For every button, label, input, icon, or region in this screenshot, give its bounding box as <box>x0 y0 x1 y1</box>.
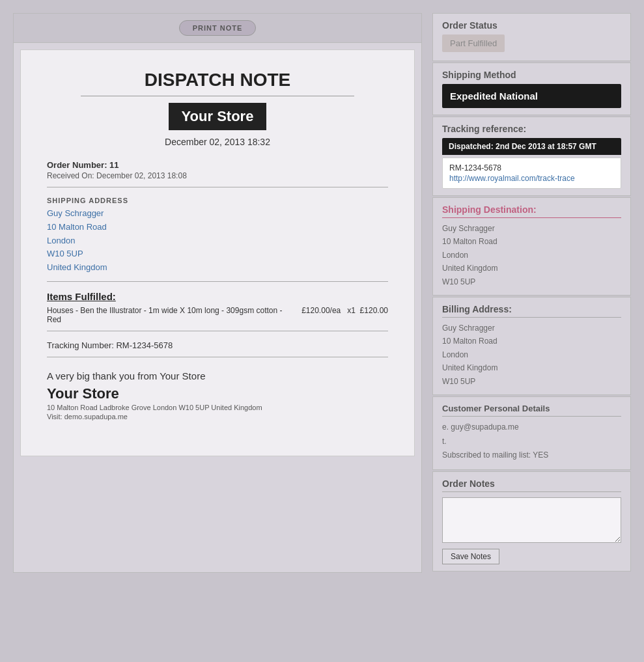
print-note-button[interactable]: PRINT NOTE <box>179 20 257 36</box>
billing-name: Guy Schragger <box>442 322 621 335</box>
order-info-section: Order Number: 11 Received On: December 0… <box>47 160 388 187</box>
shipping-dest-title: Shipping Destination: <box>442 204 621 218</box>
customer-phone: t. <box>442 435 621 449</box>
right-panel: Order Status Part Fulfilled Shipping Met… <box>432 13 631 573</box>
shipping-address-section: SHIPPING ADDRESS Guy Schragger 10 Malton… <box>47 197 388 282</box>
footer-address: 10 Malton Road Ladbroke Grove London W10… <box>47 404 388 411</box>
billing-line1: 10 Malton Road <box>442 335 621 348</box>
customer-details-title: Customer Personal Details <box>442 404 621 417</box>
shipping-postcode: W10 5UP <box>47 247 388 261</box>
save-notes-button[interactable]: Save Notes <box>442 549 499 564</box>
shipping-country: United Kingdom <box>47 261 388 275</box>
billing-address-title: Billing Address: <box>442 304 621 318</box>
shipping-city: London <box>47 234 388 248</box>
shipping-method-value: Expedited National <box>442 84 621 108</box>
items-section: Items Fulfilled: Houses - Ben the Illust… <box>47 291 388 331</box>
item-row: Houses - Ben the Illustrator - 1m wide X… <box>47 306 388 324</box>
tracking-reference-title: Tracking reference: <box>442 124 621 134</box>
dest-city: London <box>442 249 621 262</box>
dest-line1: 10 Malton Road <box>442 235 621 248</box>
order-status-title: Order Status <box>442 20 621 31</box>
shipping-name: Guy Schragger <box>47 207 388 221</box>
order-status-section: Order Status Part Fulfilled <box>432 13 631 61</box>
received-on: Received On: December 02, 2013 18:08 <box>47 171 388 180</box>
thank-you-text: A very big thank you from Your Store <box>47 370 388 381</box>
shipping-destination-section: Shipping Destination: Guy Schragger 10 M… <box>432 197 631 296</box>
print-bar: PRINT NOTE <box>14 14 421 43</box>
customer-details-section: Customer Personal Details e. guy@supadup… <box>432 396 631 470</box>
dispatch-document: DISPATCH NOTE Your Store December 02, 20… <box>20 49 415 456</box>
tracking-url[interactable]: http://www.royalmail.com/track-trace <box>449 174 614 183</box>
title-divider <box>81 96 354 96</box>
order-notes-section: Order Notes Save Notes <box>432 471 631 572</box>
shipping-method-section: Shipping Method Expedited National <box>432 62 631 115</box>
shipping-method-title: Shipping Method <box>442 70 621 80</box>
footer-store-name: Your Store <box>47 385 388 402</box>
tracking-reference-section: Tracking reference: Dispatched: 2nd Dec … <box>432 117 631 196</box>
store-name-box: Your Store <box>169 103 267 130</box>
mailing-list-status: Subscribed to mailing list: YES <box>442 448 621 463</box>
dest-country: United Kingdom <box>442 262 621 275</box>
billing-city: London <box>442 348 621 361</box>
shipping-line1: 10 Malton Road <box>47 221 388 234</box>
thank-you-section: A very big thank you from Your Store You… <box>47 370 388 427</box>
billing-postcode: W10 5UP <box>442 375 621 388</box>
tracking-section: Tracking Number: RM-1234-5678 <box>47 340 388 357</box>
billing-address-section: Billing Address: Guy Schragger 10 Malton… <box>432 297 631 395</box>
dispatch-title: DISPATCH NOTE <box>47 70 388 90</box>
left-panel: PRINT NOTE DISPATCH NOTE Your Store Dece… <box>13 13 422 573</box>
dispatch-timestamp: Dispatched: 2nd Dec 2013 at 18:57 GMT <box>442 138 621 155</box>
footer-website: Visit: demo.supadupa.me <box>47 413 388 421</box>
dispatch-date: December 02, 2013 18:32 <box>47 137 388 147</box>
items-heading: Items Fulfilled: <box>47 291 388 302</box>
tracking-id: RM-1234-5678 <box>449 163 614 172</box>
dest-postcode: W10 5UP <box>442 275 621 288</box>
tracking-ref-values: RM-1234-5678 http://www.royalmail.com/tr… <box>442 158 621 189</box>
order-number: Order Number: 11 <box>47 160 388 170</box>
customer-email: e. guy@supadupa.me <box>442 421 621 435</box>
order-notes-textarea[interactable] <box>442 497 621 543</box>
dest-name: Guy Schragger <box>442 222 621 235</box>
status-badge: Part Fulfilled <box>442 34 505 52</box>
item-description: Houses - Ben the Illustrator - 1m wide X… <box>47 306 295 324</box>
billing-country: United Kingdom <box>442 361 621 374</box>
item-price: £120.00/ea x1 £120.00 <box>301 306 388 324</box>
shipping-address-label: SHIPPING ADDRESS <box>47 197 388 204</box>
order-notes-title: Order Notes <box>442 478 621 492</box>
tracking-number-text: Tracking Number: RM-1234-5678 <box>47 340 388 350</box>
